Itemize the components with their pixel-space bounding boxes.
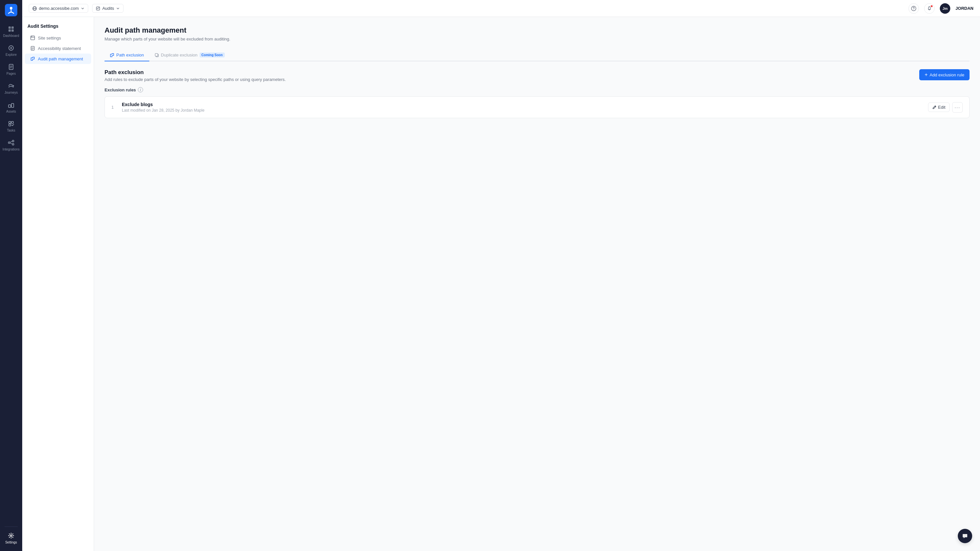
nav-items-list: Dashboard Explore Pages: [0, 23, 22, 524]
user-avatar[interactable]: Jm: [940, 3, 950, 14]
svg-point-20: [13, 140, 14, 142]
edit-rule-button[interactable]: Edit: [928, 103, 950, 112]
nav-assets-label: Assets: [6, 110, 16, 114]
rule-meta: Last modified on Jan 28, 2025 by Jordan …: [122, 108, 923, 113]
path-exclusion-tab-icon: [110, 53, 115, 57]
svg-rect-5: [11, 29, 14, 32]
sidebar-item-site-settings[interactable]: Site settings: [25, 33, 91, 43]
domain-chevron-icon: [81, 6, 84, 10]
chat-icon: [962, 533, 968, 539]
sidebar-item-audit-path-management[interactable]: Audit path management: [25, 54, 91, 64]
duplicate-exclusion-tab-icon: [154, 53, 159, 57]
explore-icon: [8, 44, 15, 52]
svg-point-19: [8, 142, 10, 144]
content-area: Audit path management Manage which parts…: [94, 17, 980, 551]
nav-integrations-label: Integrations: [3, 148, 20, 151]
svg-point-12: [13, 85, 14, 86]
tab-path-exclusion-label: Path exclusion: [116, 52, 144, 57]
top-bar-actions: Jm JORDAN: [908, 3, 974, 14]
nav-item-tasks[interactable]: Tasks: [0, 118, 22, 135]
coming-soon-badge: Coming Soon: [200, 52, 225, 57]
add-exclusion-rule-button[interactable]: + Add exclusion rule: [919, 69, 970, 80]
nav-item-dashboard[interactable]: Dashboard: [0, 23, 22, 40]
nav-item-pages[interactable]: Pages: [0, 61, 22, 78]
more-options-button[interactable]: ···: [952, 102, 963, 113]
app-logo[interactable]: [5, 4, 18, 16]
svg-rect-31: [31, 36, 35, 40]
sidebar-accessibility-label: Accessibility statement: [38, 46, 81, 51]
section-header: Path exclusion Add rules to exclude part…: [105, 69, 970, 82]
svg-rect-16: [9, 121, 11, 123]
section-description: Add rules to exclude parts of your websi…: [105, 77, 286, 82]
assets-icon: [8, 101, 15, 108]
nav-pages-label: Pages: [6, 72, 16, 76]
tab-duplicate-exclusion[interactable]: Duplicate exclusion Coming Soon: [149, 49, 230, 61]
sidebar-site-settings-label: Site settings: [38, 36, 61, 40]
chat-support-button[interactable]: [958, 529, 972, 543]
svg-line-22: [10, 141, 13, 142]
nav-dashboard-label: Dashboard: [3, 34, 19, 38]
more-dots-icon: ···: [955, 105, 960, 110]
nav-journeys-label: Journeys: [5, 91, 18, 95]
svg-point-24: [10, 535, 12, 537]
audits-chevron-icon: [116, 6, 120, 10]
svg-rect-14: [11, 103, 14, 107]
nav-settings-label: Settings: [5, 541, 17, 545]
left-navigation: Dashboard Explore Pages: [0, 0, 22, 551]
rules-label-row: Exclusion rules i: [105, 87, 970, 92]
svg-rect-17: [11, 121, 13, 123]
user-initials: Jm: [942, 6, 948, 10]
nav-item-journeys[interactable]: Journeys: [0, 79, 22, 97]
rule-card: 1 Exclude blogs Last modified on Jan 28,…: [105, 96, 970, 118]
main-content: Audit Settings Site settings A: [22, 17, 980, 551]
rule-number: 1: [111, 105, 117, 110]
rules-label: Exclusion rules: [105, 87, 136, 92]
edit-btn-label: Edit: [938, 105, 945, 110]
svg-point-30: [913, 9, 914, 10]
rule-name: Exclude blogs: [122, 102, 923, 107]
audits-label: Audits: [102, 6, 114, 11]
section-title: Path exclusion: [105, 69, 286, 76]
tab-duplicate-exclusion-label: Duplicate exclusion: [161, 52, 197, 57]
audit-path-icon: [30, 56, 35, 61]
nav-item-settings[interactable]: Settings: [0, 529, 22, 547]
svg-rect-13: [8, 105, 11, 107]
tabs-container: Path exclusion Duplicate exclusion Comin…: [105, 49, 970, 61]
page-subtitle: Manage which parts of your website will …: [105, 37, 970, 41]
notifications-button[interactable]: [924, 3, 935, 14]
svg-rect-4: [8, 29, 11, 32]
nav-explore-label: Explore: [6, 53, 17, 57]
rule-actions: Edit ···: [928, 102, 963, 113]
svg-rect-2: [8, 27, 11, 29]
domain-selector[interactable]: demo.accessibe.com: [29, 4, 88, 13]
tab-path-exclusion[interactable]: Path exclusion: [105, 49, 149, 61]
settings-icon: [8, 532, 15, 539]
nav-bottom-section: Settings: [0, 529, 22, 547]
nav-item-integrations[interactable]: Integrations: [0, 137, 22, 154]
info-icon[interactable]: i: [138, 87, 143, 92]
domain-name: demo.accessibe.com: [39, 6, 79, 11]
tasks-icon: [8, 120, 15, 127]
add-icon: +: [924, 72, 928, 77]
edit-icon: [932, 105, 937, 110]
help-button[interactable]: [908, 3, 919, 14]
svg-line-23: [10, 143, 13, 144]
user-name[interactable]: JORDAN: [956, 6, 974, 11]
svg-rect-3: [11, 27, 14, 29]
audit-settings-sidebar: Audit Settings Site settings A: [22, 17, 94, 551]
sidebar-item-accessibility-statement[interactable]: Accessibility statement: [25, 43, 91, 54]
nav-item-assets[interactable]: Assets: [0, 98, 22, 116]
journeys-icon: [8, 82, 15, 89]
pages-icon: [8, 64, 15, 70]
nav-item-explore[interactable]: Explore: [0, 42, 22, 59]
nav-tasks-label: Tasks: [7, 129, 15, 133]
audits-selector[interactable]: Audits: [92, 4, 124, 13]
accessibility-statement-icon: [30, 46, 35, 51]
sidebar-title: Audit Settings: [22, 24, 94, 33]
dashboard-icon: [8, 25, 15, 33]
top-bar: demo.accessibe.com Audits: [22, 0, 980, 17]
audits-icon: [96, 6, 100, 11]
section-info: Path exclusion Add rules to exclude part…: [105, 69, 286, 82]
page-title: Audit path management: [105, 26, 970, 35]
rule-info: Exclude blogs Last modified on Jan 28, 2…: [122, 102, 923, 113]
